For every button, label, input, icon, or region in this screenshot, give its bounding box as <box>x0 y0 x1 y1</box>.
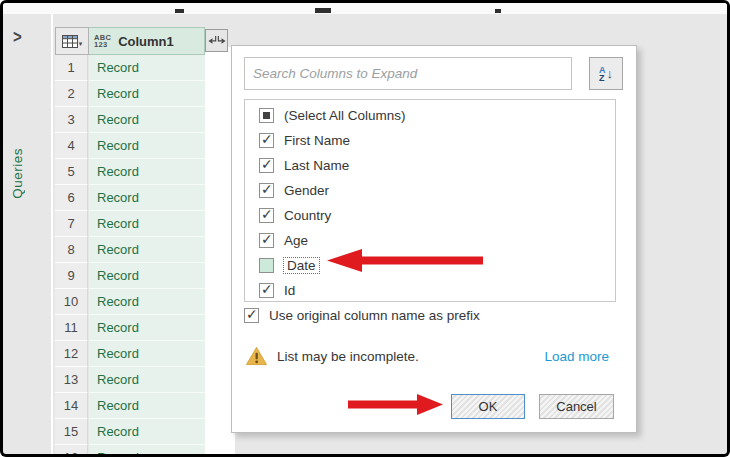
table-grid-icon <box>62 35 78 48</box>
cancel-button[interactable]: Cancel <box>539 394 614 419</box>
queries-pane-label: Queries <box>10 148 25 199</box>
row-number-cell[interactable]: 15 <box>55 419 88 445</box>
column-option-label: Gender <box>284 183 329 198</box>
cutoff-text-artifact <box>315 8 331 13</box>
column-checkbox[interactable] <box>259 283 274 298</box>
record-cell[interactable]: Record <box>89 107 205 133</box>
expand-pane-chevron-icon[interactable]: > <box>13 26 22 47</box>
record-cell[interactable]: Record <box>89 393 205 419</box>
row-number-cell[interactable]: 9 <box>55 263 88 289</box>
record-cell[interactable]: Record <box>89 419 205 445</box>
table-row: 16 Record <box>55 445 205 454</box>
record-cell[interactable]: Record <box>89 237 205 263</box>
column-checkbox[interactable] <box>259 233 274 248</box>
row-number-cell[interactable]: 2 <box>55 81 88 107</box>
table-row: 14 Record <box>55 393 205 419</box>
dropdown-arrow-icon: ▾ <box>79 40 83 48</box>
column-option-label: Id <box>284 283 295 298</box>
row-number-cell[interactable]: 1 <box>55 55 88 81</box>
table-menu-button[interactable]: ▾ <box>55 27 89 55</box>
ok-button[interactable]: OK <box>451 394 525 419</box>
annotation-arrow-ok <box>348 394 443 415</box>
prefix-checkbox[interactable] <box>244 308 259 323</box>
table-body: 1 Record 2 Record 3 Record 4 Record 5 Re… <box>55 55 205 454</box>
row-number-cell[interactable]: 6 <box>55 185 88 211</box>
record-cell[interactable]: Record <box>89 81 205 107</box>
column-option[interactable]: Gender <box>245 178 615 203</box>
column-option-label: (Select All Columns) <box>284 108 406 123</box>
search-columns-input[interactable] <box>244 57 572 90</box>
prefix-option-label: Use original column name as prefix <box>269 308 480 323</box>
column-checkbox[interactable] <box>259 133 274 148</box>
record-cell[interactable]: Record <box>89 185 205 211</box>
row-number-cell[interactable]: 14 <box>55 393 88 419</box>
expand-column-button[interactable] <box>205 29 228 52</box>
record-cell[interactable]: Record <box>89 211 205 237</box>
table-row: 15 Record <box>55 419 205 445</box>
warning-row: List may be incomplete. Load more <box>245 346 609 366</box>
record-cell[interactable]: Record <box>89 159 205 185</box>
row-number-cell[interactable]: 3 <box>55 107 88 133</box>
row-number-cell[interactable]: 16 <box>55 445 88 454</box>
sort-az-button[interactable]: A Z ↓ <box>589 57 623 90</box>
expand-arrows-icon <box>208 34 226 47</box>
sort-arrow-icon: ↓ <box>607 66 614 81</box>
column-option-label: Country <box>284 208 331 223</box>
column-checkbox[interactable] <box>259 208 274 223</box>
sort-az-icon: A Z <box>599 66 606 82</box>
record-cell[interactable]: Record <box>89 341 205 367</box>
prefix-option[interactable]: Use original column name as prefix <box>244 308 480 323</box>
column-checkbox[interactable] <box>259 183 274 198</box>
row-number-cell[interactable]: 12 <box>55 341 88 367</box>
warning-icon <box>245 346 268 366</box>
power-query-editor: > Queries ▾ ABC 123 Column1 <box>3 3 727 454</box>
column-option-label: First Name <box>284 133 350 148</box>
column-option[interactable]: Id <box>245 278 615 302</box>
column-checkbox[interactable] <box>259 258 274 273</box>
record-cell[interactable]: Record <box>89 367 205 393</box>
record-cell[interactable]: Record <box>89 315 205 341</box>
table-row: 1 Record <box>55 55 205 81</box>
column-header-column1[interactable]: ABC 123 Column1 <box>89 27 205 55</box>
annotation-arrow-date <box>327 248 483 273</box>
table-row: 10 Record <box>55 289 205 315</box>
column-option[interactable]: (Select All Columns) <box>245 103 615 128</box>
column-option-label: Date <box>284 258 319 273</box>
record-cell[interactable]: Record <box>89 133 205 159</box>
record-cell[interactable]: Record <box>89 445 205 454</box>
cutoff-text-artifact <box>175 9 184 13</box>
column-option[interactable]: Country <box>245 203 615 228</box>
row-number-cell[interactable]: 4 <box>55 133 88 159</box>
ribbon-cutoff-strip <box>3 3 727 14</box>
pane-divider <box>51 14 53 454</box>
load-more-link[interactable]: Load more <box>544 349 609 364</box>
column-option[interactable]: Last Name <box>245 153 615 178</box>
cutoff-text-artifact <box>495 9 501 13</box>
row-number-cell[interactable]: 13 <box>55 367 88 393</box>
row-number-cell[interactable]: 5 <box>55 159 88 185</box>
warning-text: List may be incomplete. <box>277 349 419 364</box>
data-type-abc123-icon: ABC 123 <box>94 34 111 48</box>
record-cell[interactable]: Record <box>89 289 205 315</box>
row-number-cell[interactable]: 10 <box>55 289 88 315</box>
row-number-cell[interactable]: 7 <box>55 211 88 237</box>
expand-columns-popup: A Z ↓ (Select All Columns) First Name L <box>231 45 637 433</box>
table-row: 6 Record <box>55 185 205 211</box>
record-cell[interactable]: Record <box>89 263 205 289</box>
table-row: 2 Record <box>55 81 205 107</box>
column-checkbox[interactable] <box>259 108 274 123</box>
screenshot-frame: > Queries ▾ ABC 123 Column1 <box>0 0 730 457</box>
table-row: 3 Record <box>55 107 205 133</box>
table-row: 12 Record <box>55 341 205 367</box>
column-title: Column1 <box>118 34 174 49</box>
row-number-cell[interactable]: 8 <box>55 237 88 263</box>
row-number-cell[interactable]: 11 <box>55 315 88 341</box>
table-row: 5 Record <box>55 159 205 185</box>
column-option[interactable]: First Name <box>245 128 615 153</box>
table-row: 9 Record <box>55 263 205 289</box>
column-checkbox[interactable] <box>259 158 274 173</box>
record-cell[interactable]: Record <box>89 55 205 81</box>
table-row: 7 Record <box>55 211 205 237</box>
table-row: 4 Record <box>55 133 205 159</box>
table-row: 11 Record <box>55 315 205 341</box>
